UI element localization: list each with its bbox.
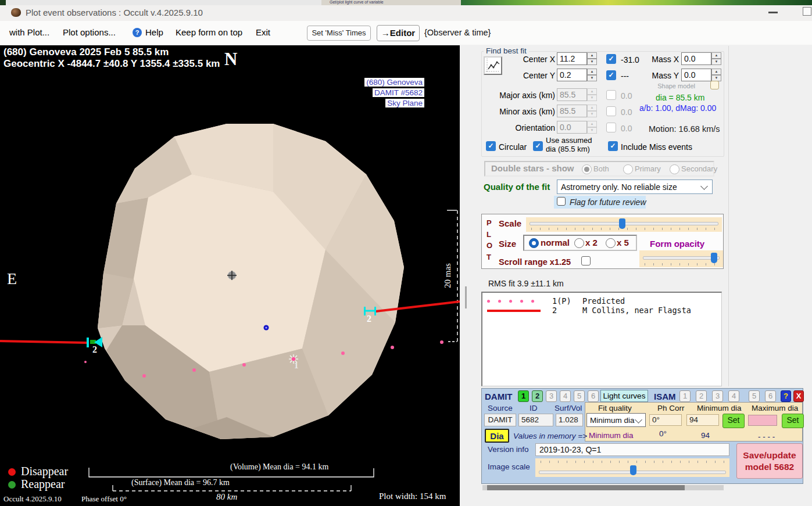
- mass-x-spinner[interactable]: ▲▼: [711, 52, 721, 65]
- list-item[interactable]: 1(P) Predicted: [482, 296, 721, 306]
- help-button[interactable]: ?: [781, 390, 791, 402]
- double-primary-radio[interactable]: [623, 164, 633, 174]
- damit-button-3[interactable]: 3: [546, 390, 557, 402]
- surface-mean-dia-label: (Surface) Mean dia = 96.7 km: [131, 478, 230, 487]
- flag-review-checkbox[interactable]: [557, 197, 566, 206]
- survol-header: Surf/Vol: [555, 404, 582, 412]
- save-update-button[interactable]: Save/update model 5682: [736, 443, 803, 479]
- dia-button[interactable]: Dia: [485, 429, 509, 443]
- form-opacity-slider[interactable]: [639, 250, 723, 267]
- scale-slider-thumb[interactable]: [619, 218, 625, 229]
- chevron-down-icon: [700, 182, 708, 190]
- memory-ph-corr: 0°: [659, 429, 667, 438]
- menu-keep-on-top[interactable]: Keep form on top: [176, 27, 242, 37]
- menu-exit[interactable]: Exit: [256, 27, 270, 37]
- center-x-checkbox[interactable]: ✓: [606, 54, 616, 64]
- max-dia-set-button[interactable]: Set: [782, 414, 804, 428]
- size-normal-radio[interactable]: [529, 238, 539, 248]
- damit-button-4[interactable]: 4: [560, 390, 571, 402]
- include-miss-checkbox[interactable]: ✓: [608, 141, 618, 151]
- center-x-label: Center X: [500, 55, 555, 64]
- rms-fit-text: RMS fit 3.9 ±11.1 km: [488, 279, 564, 288]
- center-y-input[interactable]: 0.2: [557, 69, 587, 81]
- image-scale-ticks: [541, 461, 724, 463]
- damit-button-2[interactable]: 2: [532, 390, 543, 402]
- observed-chord-left[interactable]: [0, 337, 102, 347]
- orientation-extra: 0.0: [621, 124, 632, 133]
- damit-button-1[interactable]: 1: [518, 390, 529, 402]
- source-header: Source: [488, 404, 513, 412]
- image-scale-label: Image scale: [488, 462, 530, 471]
- use-assumed-checkbox[interactable]: ✓: [533, 141, 543, 151]
- mass-y-spinner[interactable]: ▲▼: [711, 69, 721, 81]
- fit-quality-select[interactable]: Minimum dia: [586, 413, 646, 427]
- double-both-radio[interactable]: [582, 164, 592, 174]
- editor-button[interactable]: →Editor: [377, 25, 420, 41]
- minimize-button[interactable]: [768, 12, 778, 13]
- orientation-input: 0.0: [557, 121, 587, 134]
- disappear-label: Disappear: [21, 465, 68, 478]
- version-info-field[interactable]: 2019-10-23, Q=1: [535, 443, 729, 456]
- mass-y-input[interactable]: 0.0: [681, 69, 711, 81]
- minor-axis-spinner: ▲▼: [587, 105, 597, 117]
- isam-button-1[interactable]: 1: [679, 390, 691, 402]
- asteroid-shape-model: [98, 124, 404, 439]
- size-x5-radio[interactable]: [606, 238, 616, 248]
- form-opacity-track[interactable]: [643, 256, 720, 260]
- isam-button-2[interactable]: 2: [696, 390, 707, 402]
- fit-quality-header: Fit quality: [598, 404, 632, 412]
- image-scale-slider[interactable]: [535, 458, 729, 477]
- orientation-checkbox[interactable]: [606, 123, 616, 132]
- center-y-checkbox[interactable]: ✓: [606, 70, 616, 80]
- circular-checkbox[interactable]: ✓: [486, 141, 496, 151]
- set-miss-times-button[interactable]: Set 'Miss' Times: [307, 26, 371, 41]
- min-dia-value[interactable]: 94: [686, 414, 719, 426]
- isam-button-5[interactable]: 5: [749, 390, 760, 402]
- max-dia-field[interactable]: [748, 415, 777, 426]
- close-button[interactable]: X: [793, 390, 804, 402]
- form-opacity-label: Form opacity: [650, 239, 704, 249]
- quality-select[interactable]: Astrometry only. No reliable size: [557, 180, 713, 194]
- major-axis-label: Major axis (km): [494, 91, 555, 100]
- max-dia-header: Maximum dia: [752, 404, 798, 412]
- shape-model-checkbox[interactable]: [710, 81, 719, 89]
- min-dia-set-button[interactable]: Set: [722, 414, 745, 428]
- menu-plot-options[interactable]: Plot options...: [63, 27, 116, 37]
- id-value[interactable]: 5682: [518, 414, 553, 426]
- ph-corr-value[interactable]: 0°: [649, 414, 682, 426]
- isam-button-3[interactable]: 3: [712, 390, 723, 402]
- orientation-spinner: ▲▼: [587, 121, 597, 134]
- damit-button-6[interactable]: 6: [588, 390, 599, 402]
- damit-label: DAMIT: [485, 392, 513, 401]
- isam-button-6[interactable]: 6: [765, 390, 776, 402]
- form-opacity-thumb[interactable]: [711, 253, 717, 263]
- menu-with-plot[interactable]: with Plot...: [9, 27, 49, 37]
- center-y-spinner[interactable]: ▲▼: [587, 69, 597, 81]
- center-x-spinner[interactable]: ▲▼: [587, 52, 597, 65]
- center-x-input[interactable]: 11.2: [557, 52, 587, 65]
- isam-button-4[interactable]: 4: [728, 390, 739, 402]
- damit-button-5[interactable]: 5: [574, 390, 585, 402]
- size-x2-radio[interactable]: [574, 238, 584, 248]
- wallpaper-corner: [0, 0, 6, 5]
- scroll-range-checkbox[interactable]: [581, 256, 591, 265]
- source-value: DAMIT: [484, 414, 516, 426]
- image-scale-thumb[interactable]: [630, 465, 636, 475]
- minor-axis-checkbox[interactable]: [606, 106, 616, 116]
- maximize-button[interactable]: [803, 7, 811, 16]
- id-header: ID: [530, 404, 538, 412]
- list-item[interactable]: 2 M Collins, near Flagsta: [482, 306, 721, 315]
- scale-slider[interactable]: [526, 217, 722, 232]
- plot-canvas[interactable]: (680) Genoveva 2025 Feb 5 85.5 km Geocen…: [0, 45, 460, 506]
- chord2-left-label: 2: [92, 344, 97, 355]
- plot-scrollbar-thumb[interactable]: [465, 286, 467, 308]
- major-axis-checkbox[interactable]: [606, 90, 616, 100]
- panel-scrollbar-thumb[interactable]: [487, 485, 685, 490]
- mass-x-input[interactable]: 0.0: [681, 52, 711, 65]
- light-curves-button[interactable]: Light curves: [600, 390, 648, 402]
- north-label: N: [224, 49, 237, 70]
- panel-scrollbar-track[interactable]: [482, 485, 724, 490]
- double-secondary-radio[interactable]: [670, 164, 679, 174]
- menu-help[interactable]: Help: [145, 27, 163, 37]
- observations-listbox[interactable]: 1(P) Predicted 2 M Collins, near Flagsta: [481, 292, 722, 386]
